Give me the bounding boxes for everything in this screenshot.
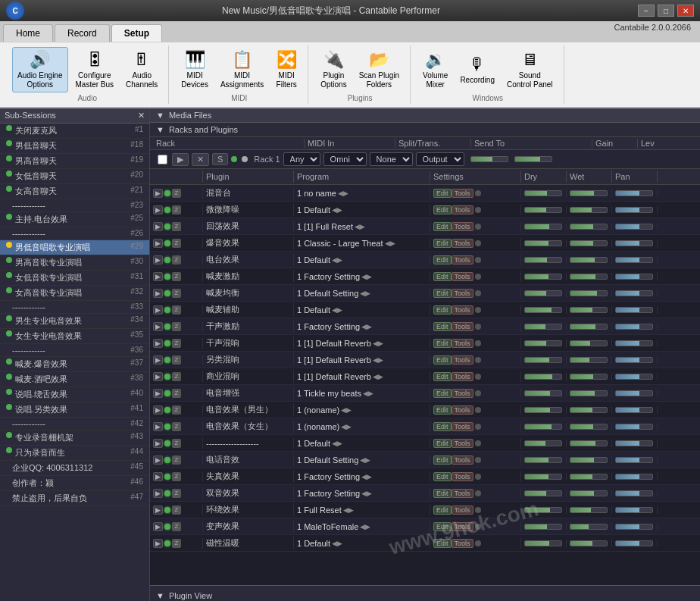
row-prev-icon[interactable]: ◀ xyxy=(373,340,378,347)
row-prev-icon[interactable]: ◀ xyxy=(338,189,343,197)
row-edit-btn[interactable]: Edit xyxy=(433,506,452,515)
rack-omni-select[interactable]: Omni xyxy=(323,152,367,166)
row-pan-slider[interactable] xyxy=(615,357,653,363)
row-prev-icon[interactable]: ◀ xyxy=(363,390,368,397)
media-files-expand-icon[interactable]: ▼ xyxy=(156,111,164,120)
row-dry-slider[interactable] xyxy=(524,390,562,396)
plugin-row[interactable]: ▶ Z 喊麦激励 1 Factory Setting ◀ ▶ Edit Tool… xyxy=(150,268,700,285)
ribbon-recording-btn[interactable]: 🎙 Recording xyxy=(455,52,499,87)
ribbon-midi-assignments-btn[interactable]: 📋 MIDIAssignments xyxy=(216,48,268,92)
ribbon-midi-devices-btn[interactable]: 🎹 MIDIDevices xyxy=(177,48,213,92)
row-next-icon[interactable]: ▶ xyxy=(337,540,342,547)
row-prev-icon[interactable]: ◀ xyxy=(341,423,346,430)
row-prev-icon[interactable]: ◀ xyxy=(332,306,337,314)
row-edit-btn[interactable]: Edit xyxy=(433,255,452,265)
row-wet-slider[interactable] xyxy=(570,340,608,346)
sidebar-item[interactable]: 说唱.绕舌效果#40 xyxy=(0,387,149,402)
sidebar-item[interactable]: 男高音歌专业演唱#30 xyxy=(0,255,149,271)
sidebar-item[interactable]: 女低音歌专业演唱#31 xyxy=(0,271,149,286)
sidebar-item[interactable]: 专业录音棚机架#43 xyxy=(0,430,149,446)
plugin-row[interactable]: ▶ Z 电台效果 1 Default ◀ ▶ Edit Tools xyxy=(150,252,700,268)
sidebar-item[interactable]: 喊麦.酒吧效果#38 xyxy=(0,372,149,387)
row-next-icon[interactable]: ▶ xyxy=(346,423,352,430)
row-wet-slider[interactable] xyxy=(570,224,608,230)
minimize-button[interactable]: − xyxy=(638,5,655,17)
row-dry-slider[interactable] xyxy=(524,440,562,446)
sidebar-item[interactable]: ------------#23 xyxy=(0,199,149,212)
sidebar-item[interactable]: 男生专业电音效果#34 xyxy=(0,314,149,329)
row-pan-slider[interactable] xyxy=(615,390,653,396)
row-pan-slider[interactable] xyxy=(615,490,653,496)
row-edit-btn[interactable]: Edit xyxy=(433,372,452,381)
row-next-icon[interactable]: ▶ xyxy=(367,473,372,480)
row-next-icon[interactable]: ▶ xyxy=(365,290,370,297)
row-arrow-btn[interactable]: ▶ xyxy=(153,222,163,231)
row-pan-slider[interactable] xyxy=(615,324,653,330)
sidebar-item[interactable]: 男低音唱歌专业演唱#29 xyxy=(0,240,149,255)
row-prev-icon[interactable]: ◀ xyxy=(332,540,337,547)
row-dry-slider[interactable] xyxy=(524,490,562,496)
row-tools-btn[interactable]: Tools xyxy=(452,372,473,381)
row-tools-btn[interactable]: Tools xyxy=(452,222,473,231)
row-wet-slider[interactable] xyxy=(570,524,608,530)
row-next-icon[interactable]: ▶ xyxy=(348,506,354,514)
ribbon-plugin-options-btn[interactable]: 🔌 PluginOptions xyxy=(316,48,351,92)
row-dry-slider[interactable] xyxy=(524,290,562,296)
plugin-row[interactable]: ▶ Z 干声混响 1 [1] Default Reverb ◀ ▶ Edit T… xyxy=(150,335,700,352)
row-prev-icon[interactable]: ◀ xyxy=(361,490,367,497)
row-arrow-btn[interactable]: ▶ xyxy=(153,422,163,431)
row-arrow-btn[interactable]: ▶ xyxy=(153,472,163,481)
row-dry-slider[interactable] xyxy=(524,507,562,513)
row-edit-btn[interactable]: Edit xyxy=(433,339,452,348)
sidebar-item[interactable]: ------------#26 xyxy=(0,227,149,240)
close-button[interactable]: ✕ xyxy=(677,5,694,17)
row-pan-slider[interactable] xyxy=(615,190,653,196)
row-edit-btn[interactable]: Edit xyxy=(433,422,452,431)
row-dry-slider[interactable] xyxy=(524,207,562,213)
row-tools-btn[interactable]: Tools xyxy=(452,322,473,331)
row-edit-btn[interactable]: Edit xyxy=(433,239,452,248)
row-tools-btn[interactable]: Tools xyxy=(452,422,473,431)
row-next-icon[interactable]: ▶ xyxy=(337,256,342,264)
row-arrow-btn[interactable]: ▶ xyxy=(153,372,163,381)
tab-setup[interactable]: Setup xyxy=(111,24,162,42)
row-dry-slider[interactable] xyxy=(524,474,562,480)
row-tools-btn[interactable]: Tools xyxy=(452,522,473,531)
row-arrow-btn[interactable]: ▶ xyxy=(153,272,163,281)
ribbon-midi-filters-btn[interactable]: 🔀 MIDIFilters xyxy=(271,48,302,92)
row-arrow-btn[interactable]: ▶ xyxy=(153,322,163,331)
row-prev-icon[interactable]: ◀ xyxy=(361,473,367,480)
row-next-icon[interactable]: ▶ xyxy=(367,273,372,280)
row-next-icon[interactable]: ▶ xyxy=(390,239,395,247)
sidebar-item[interactable]: 主持.电台效果#25 xyxy=(0,212,149,227)
row-edit-btn[interactable]: Edit xyxy=(433,189,452,198)
row-wet-slider[interactable] xyxy=(570,324,608,330)
sidebar-item[interactable]: 禁止盗用，后果自负#47 xyxy=(0,491,149,506)
row-wet-slider[interactable] xyxy=(570,190,608,196)
row-next-icon[interactable]: ▶ xyxy=(368,390,373,397)
row-pan-slider[interactable] xyxy=(615,507,653,513)
plugin-row[interactable]: ▶ Z 混音台 1 no name ◀ ▶ Edit Tools xyxy=(150,185,700,202)
plugin-row[interactable]: ▶ Z 爆音效果 1 Classic - Large Theat ◀ ▶ Edi… xyxy=(150,235,700,252)
plugin-row[interactable]: ▶ Z 商业混响 1 [1] Default Reverb ◀ ▶ Edit T… xyxy=(150,368,700,385)
plugin-row[interactable]: ▶ Z 环绕效果 1 Full Reset ◀ ▶ Edit Tools xyxy=(150,502,700,518)
row-pan-slider[interactable] xyxy=(615,440,653,446)
row-tools-btn[interactable]: Tools xyxy=(452,439,473,448)
sidebar-item[interactable]: 喊麦.爆音效果#37 xyxy=(0,357,149,372)
row-edit-btn[interactable]: Edit xyxy=(433,455,452,465)
row-next-icon[interactable]: ▶ xyxy=(337,206,342,214)
row-next-icon[interactable]: ▶ xyxy=(365,456,370,464)
row-tools-btn[interactable]: Tools xyxy=(452,289,473,298)
plugin-row[interactable]: ▶ Z 电话音效 1 Default Setting ◀ ▶ Edit Tool… xyxy=(150,452,700,468)
rack-ctrl-s[interactable]: S xyxy=(212,153,228,165)
row-tools-btn[interactable]: Tools xyxy=(452,339,473,348)
row-arrow-btn[interactable]: ▶ xyxy=(153,355,163,365)
row-pan-slider[interactable] xyxy=(615,424,653,430)
row-dry-slider[interactable] xyxy=(524,374,562,380)
row-prev-icon[interactable]: ◀ xyxy=(360,456,365,464)
ribbon-volume-mixer-btn[interactable]: 🔉 VolumeMixer xyxy=(418,48,452,92)
sidebar-item[interactable]: ------------#36 xyxy=(0,344,149,357)
row-wet-slider[interactable] xyxy=(570,424,608,430)
rack-lev-slider[interactable] xyxy=(514,156,552,162)
row-dry-slider[interactable] xyxy=(524,257,562,263)
